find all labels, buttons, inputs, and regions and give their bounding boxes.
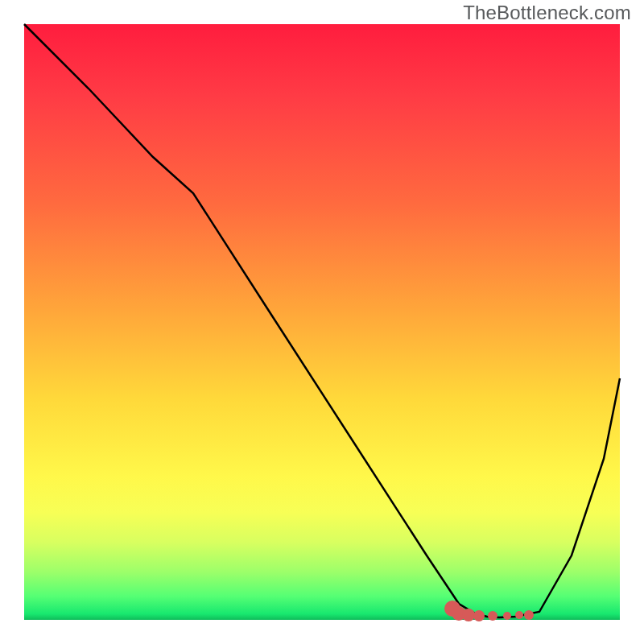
- plot-area: [24, 24, 620, 620]
- bottleneck-curve: [24, 24, 620, 617]
- highlight-dots-group: [444, 601, 534, 621]
- chart-svg: [24, 24, 620, 620]
- highlight-dot: [462, 609, 475, 621]
- highlight-dot: [473, 610, 485, 621]
- highlight-dot: [515, 611, 523, 619]
- watermark-label: TheBottleneck.com: [463, 2, 631, 24]
- highlight-dot: [503, 612, 511, 620]
- highlight-dot: [524, 610, 534, 620]
- highlight-dot: [488, 611, 497, 621]
- chart-container: TheBottleneck.com: [0, 0, 644, 644]
